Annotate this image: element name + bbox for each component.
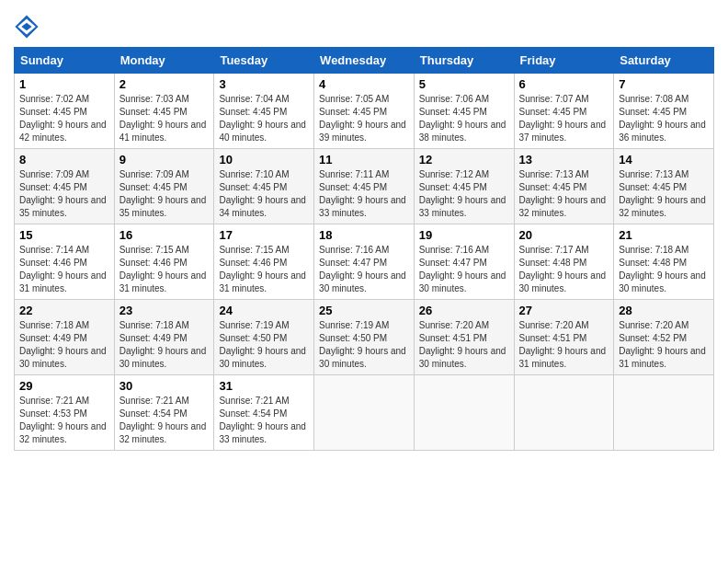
day-number: 14	[619, 153, 709, 167]
day-info: Sunrise: 7:15 AMSunset: 4:46 PMDaylight:…	[119, 244, 210, 295]
calendar-cell: 1Sunrise: 7:02 AMSunset: 4:45 PMDaylight…	[15, 74, 115, 149]
day-number: 2	[119, 77, 210, 91]
calendar-cell: 5Sunrise: 7:06 AMSunset: 4:45 PMDaylight…	[414, 74, 514, 149]
calendar-cell: 4Sunrise: 7:05 AMSunset: 4:45 PMDaylight…	[314, 74, 415, 149]
day-number: 19	[419, 228, 509, 242]
day-number: 25	[319, 304, 409, 317]
header-thursday: Thursday	[414, 48, 514, 74]
day-number: 6	[519, 77, 609, 91]
day-number: 4	[319, 77, 409, 91]
calendar-cell	[514, 375, 614, 451]
calendar-cell: 19Sunrise: 7:16 AMSunset: 4:47 PMDayligh…	[414, 224, 514, 300]
day-number: 30	[119, 379, 210, 393]
calendar-cell: 15Sunrise: 7:14 AMSunset: 4:46 PMDayligh…	[15, 224, 115, 300]
day-number: 23	[119, 304, 210, 317]
calendar-cell: 27Sunrise: 7:20 AMSunset: 4:51 PMDayligh…	[514, 300, 614, 375]
day-number: 5	[419, 77, 509, 91]
calendar-week-1: 1Sunrise: 7:02 AMSunset: 4:45 PMDaylight…	[15, 74, 714, 149]
day-number: 7	[619, 77, 709, 91]
calendar-table: SundayMondayTuesdayWednesdayThursdayFrid…	[14, 47, 714, 451]
day-info: Sunrise: 7:20 AMSunset: 4:51 PMDaylight:…	[519, 319, 609, 371]
day-number: 3	[219, 77, 309, 91]
day-number: 21	[619, 228, 709, 242]
day-info: Sunrise: 7:03 AMSunset: 4:45 PMDaylight:…	[119, 93, 210, 144]
calendar-cell: 13Sunrise: 7:13 AMSunset: 4:45 PMDayligh…	[514, 149, 614, 224]
calendar-week-4: 22Sunrise: 7:18 AMSunset: 4:49 PMDayligh…	[15, 300, 714, 375]
day-number: 18	[319, 228, 409, 242]
day-number: 9	[119, 153, 210, 167]
calendar-cell: 7Sunrise: 7:08 AMSunset: 4:45 PMDaylight…	[614, 74, 714, 149]
day-number: 13	[519, 153, 609, 167]
header-sunday: Sunday	[15, 48, 115, 74]
day-info: Sunrise: 7:16 AMSunset: 4:47 PMDaylight:…	[419, 244, 509, 295]
calendar-cell: 12Sunrise: 7:12 AMSunset: 4:45 PMDayligh…	[414, 149, 514, 224]
day-info: Sunrise: 7:18 AMSunset: 4:49 PMDaylight:…	[19, 319, 109, 371]
calendar-cell: 23Sunrise: 7:18 AMSunset: 4:49 PMDayligh…	[114, 300, 214, 375]
calendar-cell	[314, 375, 415, 451]
calendar-cell: 11Sunrise: 7:11 AMSunset: 4:45 PMDayligh…	[314, 149, 415, 224]
day-number: 8	[19, 153, 109, 167]
day-number: 24	[219, 304, 309, 317]
calendar-cell: 3Sunrise: 7:04 AMSunset: 4:45 PMDaylight…	[214, 74, 314, 149]
day-info: Sunrise: 7:21 AMSunset: 4:54 PMDaylight:…	[219, 395, 309, 446]
day-info: Sunrise: 7:19 AMSunset: 4:50 PMDaylight:…	[319, 319, 409, 371]
day-info: Sunrise: 7:13 AMSunset: 4:45 PMDaylight:…	[619, 168, 709, 220]
calendar-cell: 6Sunrise: 7:07 AMSunset: 4:45 PMDaylight…	[514, 74, 614, 149]
day-info: Sunrise: 7:02 AMSunset: 4:45 PMDaylight:…	[19, 93, 109, 144]
day-number: 10	[219, 153, 309, 167]
day-info: Sunrise: 7:09 AMSunset: 4:45 PMDaylight:…	[19, 168, 109, 220]
day-info: Sunrise: 7:13 AMSunset: 4:45 PMDaylight:…	[519, 168, 609, 220]
calendar-cell: 28Sunrise: 7:20 AMSunset: 4:52 PMDayligh…	[614, 300, 714, 375]
day-info: Sunrise: 7:07 AMSunset: 4:45 PMDaylight:…	[519, 93, 609, 144]
day-info: Sunrise: 7:14 AMSunset: 4:46 PMDaylight:…	[19, 244, 109, 295]
day-info: Sunrise: 7:20 AMSunset: 4:51 PMDaylight:…	[419, 319, 509, 371]
header-saturday: Saturday	[614, 48, 714, 74]
day-info: Sunrise: 7:10 AMSunset: 4:45 PMDaylight:…	[219, 168, 309, 220]
day-number: 11	[319, 153, 409, 167]
calendar-cell: 31Sunrise: 7:21 AMSunset: 4:54 PMDayligh…	[214, 375, 314, 451]
day-info: Sunrise: 7:08 AMSunset: 4:45 PMDaylight:…	[619, 93, 709, 144]
calendar-cell: 9Sunrise: 7:09 AMSunset: 4:45 PMDaylight…	[114, 149, 214, 224]
page-header	[14, 9, 714, 40]
calendar-cell: 30Sunrise: 7:21 AMSunset: 4:54 PMDayligh…	[114, 375, 214, 451]
day-number: 17	[219, 228, 309, 242]
calendar-cell: 22Sunrise: 7:18 AMSunset: 4:49 PMDayligh…	[15, 300, 115, 375]
calendar-cell: 10Sunrise: 7:10 AMSunset: 4:45 PMDayligh…	[214, 149, 314, 224]
day-info: Sunrise: 7:20 AMSunset: 4:52 PMDaylight:…	[619, 319, 709, 371]
day-info: Sunrise: 7:15 AMSunset: 4:46 PMDaylight:…	[219, 244, 309, 295]
day-info: Sunrise: 7:09 AMSunset: 4:45 PMDaylight:…	[119, 168, 210, 220]
day-number: 31	[219, 379, 309, 393]
logo	[14, 14, 43, 40]
calendar-cell: 8Sunrise: 7:09 AMSunset: 4:45 PMDaylight…	[15, 149, 115, 224]
calendar-cell: 20Sunrise: 7:17 AMSunset: 4:48 PMDayligh…	[514, 224, 614, 300]
day-number: 1	[19, 77, 109, 91]
calendar-cell: 17Sunrise: 7:15 AMSunset: 4:46 PMDayligh…	[214, 224, 314, 300]
day-info: Sunrise: 7:21 AMSunset: 4:53 PMDaylight:…	[19, 395, 109, 446]
calendar-cell: 14Sunrise: 7:13 AMSunset: 4:45 PMDayligh…	[614, 149, 714, 224]
day-info: Sunrise: 7:11 AMSunset: 4:45 PMDaylight:…	[319, 168, 409, 220]
day-info: Sunrise: 7:17 AMSunset: 4:48 PMDaylight:…	[519, 244, 609, 295]
calendar-cell: 26Sunrise: 7:20 AMSunset: 4:51 PMDayligh…	[414, 300, 514, 375]
header-wednesday: Wednesday	[314, 48, 415, 74]
day-info: Sunrise: 7:12 AMSunset: 4:45 PMDaylight:…	[419, 168, 509, 220]
header-friday: Friday	[514, 48, 614, 74]
calendar-cell: 24Sunrise: 7:19 AMSunset: 4:50 PMDayligh…	[214, 300, 314, 375]
day-info: Sunrise: 7:06 AMSunset: 4:45 PMDaylight:…	[419, 93, 509, 144]
day-number: 15	[19, 228, 109, 242]
header-tuesday: Tuesday	[214, 48, 314, 74]
day-info: Sunrise: 7:18 AMSunset: 4:49 PMDaylight:…	[119, 319, 210, 371]
calendar-cell	[414, 375, 514, 451]
calendar-cell: 18Sunrise: 7:16 AMSunset: 4:47 PMDayligh…	[314, 224, 415, 300]
calendar-cell: 21Sunrise: 7:18 AMSunset: 4:48 PMDayligh…	[614, 224, 714, 300]
day-number: 27	[519, 304, 609, 317]
day-info: Sunrise: 7:04 AMSunset: 4:45 PMDaylight:…	[219, 93, 309, 144]
day-number: 20	[519, 228, 609, 242]
day-number: 22	[19, 304, 109, 317]
calendar-week-2: 8Sunrise: 7:09 AMSunset: 4:45 PMDaylight…	[15, 149, 714, 224]
day-info: Sunrise: 7:18 AMSunset: 4:48 PMDaylight:…	[619, 244, 709, 295]
day-number: 16	[119, 228, 210, 242]
calendar-cell: 16Sunrise: 7:15 AMSunset: 4:46 PMDayligh…	[114, 224, 214, 300]
day-number: 28	[619, 304, 709, 317]
calendar-week-3: 15Sunrise: 7:14 AMSunset: 4:46 PMDayligh…	[15, 224, 714, 300]
header-monday: Monday	[114, 48, 214, 74]
